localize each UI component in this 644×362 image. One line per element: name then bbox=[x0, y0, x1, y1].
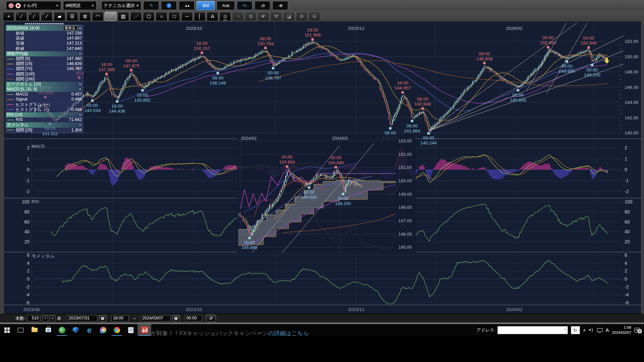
svg-text:80: 80 bbox=[24, 209, 30, 215]
action-center-icon[interactable]: 2 bbox=[634, 328, 640, 333]
to-date-input[interactable]: 2024/03/07 bbox=[141, 315, 171, 321]
panel-drag-handle[interactable]: ■■■■■■■■■■■■■■■■■■■■ bbox=[25, 22, 64, 25]
trendline3-tool[interactable]: 3∕ bbox=[41, 12, 53, 21]
store-icon[interactable] bbox=[41, 324, 55, 336]
close-icon[interactable]: × bbox=[78, 51, 82, 56]
svg-text:150.00: 150.00 bbox=[398, 178, 412, 183]
ticker-link[interactable]: の詳細はこちら bbox=[268, 330, 309, 337]
rect-tool[interactable]: □ bbox=[168, 12, 180, 21]
marketspeed-icon[interactable]: ∿ bbox=[55, 324, 69, 336]
taskbar-clock[interactable]: 1:08 2024/03/07 bbox=[612, 325, 631, 335]
refresh-button[interactable]: ↻ bbox=[571, 326, 580, 334]
svg-text:MACD: MACD bbox=[32, 144, 45, 149]
trendline1-tool[interactable]: 1∕ bbox=[15, 12, 27, 21]
from-date-input[interactable]: 2023/07/31 bbox=[67, 315, 97, 321]
vline-tool[interactable]: │ bbox=[194, 12, 206, 21]
close-icon[interactable]: × bbox=[78, 112, 82, 117]
close-icon[interactable]: × bbox=[78, 122, 82, 127]
eraser-tool[interactable]: ◪ bbox=[283, 12, 295, 21]
chart-canvas[interactable]: 152.00150.00148.00146.00144.00142.00140.… bbox=[0, 0, 644, 362]
svg-text:148.797: 148.797 bbox=[265, 75, 281, 80]
zoom-in-button[interactable]: ↑⊕ bbox=[272, 1, 288, 10]
close-icon[interactable]: × bbox=[78, 82, 82, 87]
ask-button[interactable]: Ask bbox=[217, 1, 235, 10]
svg-text:80: 80 bbox=[625, 209, 630, 215]
show-desktop-separator[interactable] bbox=[642, 325, 642, 335]
bid-button[interactable]: Bid bbox=[197, 1, 215, 10]
gann-arc-tool[interactable]: ◠ bbox=[92, 12, 104, 21]
ruler-tool[interactable]: ▰ bbox=[54, 12, 65, 21]
fan-lines-tool[interactable]: ⋰ bbox=[105, 12, 116, 21]
indicator-row: RSI71.642 bbox=[6, 117, 83, 122]
hline-tool[interactable]: ─ bbox=[181, 12, 193, 21]
chart-style-button[interactable]: ▲▲ bbox=[179, 1, 195, 10]
attach-tool[interactable]: ✇ bbox=[309, 12, 320, 21]
to-time-input[interactable]: 00:00 bbox=[185, 315, 202, 321]
bar-count-input[interactable]: 510 bbox=[27, 315, 41, 321]
icon-stamp-tool[interactable]: ☺icon bbox=[219, 12, 231, 21]
latest-bar-button[interactable]: 最新足 bbox=[63, 25, 77, 31]
timeframe-select[interactable]: 8時間足 ▼ bbox=[63, 1, 97, 10]
settings-list-tool[interactable]: ⚙ bbox=[296, 12, 308, 21]
chevron-down-icon: ▼ bbox=[91, 4, 94, 7]
circle-tool[interactable]: ○ bbox=[156, 12, 167, 21]
from-time-input[interactable]: 16:00 bbox=[111, 315, 129, 321]
bar-chart-mode-button[interactable]: ıllı bbox=[237, 1, 253, 10]
volume-icon[interactable] bbox=[589, 328, 594, 333]
zoom-out-icon: ↓⊖ bbox=[260, 3, 265, 8]
calendar-icon[interactable]: ▦ bbox=[99, 315, 106, 322]
draw-pencil-button[interactable]: ✎ bbox=[143, 1, 159, 10]
zoom-out-button[interactable]: ↓⊖ bbox=[255, 1, 270, 10]
clock-date: 2024/03/07 bbox=[612, 330, 631, 335]
trendline2-tool[interactable]: 2∕ bbox=[28, 12, 40, 21]
defender-icon[interactable] bbox=[69, 324, 83, 336]
ime-indicator[interactable]: A bbox=[605, 327, 609, 333]
close-icon[interactable]: × bbox=[78, 26, 82, 30]
history-tool[interactable]: ◔ bbox=[232, 12, 244, 21]
edge-icon[interactable]: e bbox=[83, 324, 96, 336]
count-down-button[interactable]: ▼ bbox=[42, 315, 48, 321]
address-input[interactable]: ˅ bbox=[497, 326, 568, 334]
svg-text:00:00: 00:00 bbox=[304, 190, 315, 195]
chevron-down-icon: ˅ bbox=[564, 328, 566, 331]
hlines3-tool[interactable]: ☰ bbox=[66, 12, 78, 21]
svg-text:-2: -2 bbox=[25, 284, 30, 290]
copy-tool[interactable]: ⧉ bbox=[245, 12, 257, 21]
range-separator: ～ bbox=[132, 315, 137, 321]
speed-lines-tool[interactable]: ⋰ bbox=[130, 12, 142, 21]
wrench-tool[interactable]: ⚒ bbox=[270, 12, 282, 21]
svg-text:-4: -4 bbox=[25, 292, 30, 297]
close-icon[interactable]: × bbox=[78, 87, 82, 92]
svg-text:2024/03: 2024/03 bbox=[332, 136, 348, 141]
indicator-info-panel[interactable]: ■■■■■■■■■■■■■■■■■■■■ 2023/09/08 16:00 最新… bbox=[6, 25, 83, 133]
hand-tool[interactable]: ☛ bbox=[258, 12, 269, 21]
notepad-icon[interactable] bbox=[124, 324, 138, 336]
section-header: MACD [5, 20, 9]× bbox=[6, 87, 83, 92]
currency-pair-select[interactable]: ドル/円 ▼ bbox=[6, 1, 61, 10]
svg-text:142.848: 142.848 bbox=[415, 102, 431, 107]
svg-text:148.00: 148.00 bbox=[625, 69, 638, 74]
network-icon[interactable] bbox=[597, 328, 602, 332]
indicator-row: 期間 [75]145.767 bbox=[6, 66, 83, 71]
count-up-button[interactable]: ▲ bbox=[50, 315, 55, 321]
tray-expand-icon[interactable]: ∧ bbox=[583, 328, 586, 333]
info-button[interactable]: i bbox=[161, 1, 177, 10]
text-tool[interactable]: A bbox=[207, 12, 218, 21]
reset-range-button[interactable]: ↺ bbox=[206, 315, 216, 322]
technical-select-button[interactable]: テクニカル選択 ▼ bbox=[101, 1, 141, 10]
start-button[interactable] bbox=[0, 324, 14, 336]
paint-icon[interactable] bbox=[96, 324, 110, 336]
crosshair-tool[interactable]: ＋ bbox=[3, 12, 14, 21]
chrome-icon[interactable] bbox=[110, 324, 124, 336]
svg-text:2023/12: 2023/12 bbox=[348, 307, 365, 312]
svg-text:149.680: 149.680 bbox=[301, 195, 317, 200]
vlines-tool[interactable]: ▥ bbox=[117, 12, 129, 21]
svg-text:-2: -2 bbox=[625, 284, 629, 290]
hlines4-tool[interactable]: ≣ bbox=[79, 12, 91, 21]
svg-text:08:00: 08:00 bbox=[125, 58, 137, 63]
file-explorer-icon[interactable] bbox=[28, 324, 41, 336]
fx-chart-app-icon[interactable] bbox=[138, 324, 151, 336]
task-view-button[interactable] bbox=[14, 324, 28, 336]
calendar-icon[interactable]: ▦ bbox=[172, 315, 180, 322]
pentagon-tool[interactable]: ⬠ bbox=[143, 12, 155, 21]
